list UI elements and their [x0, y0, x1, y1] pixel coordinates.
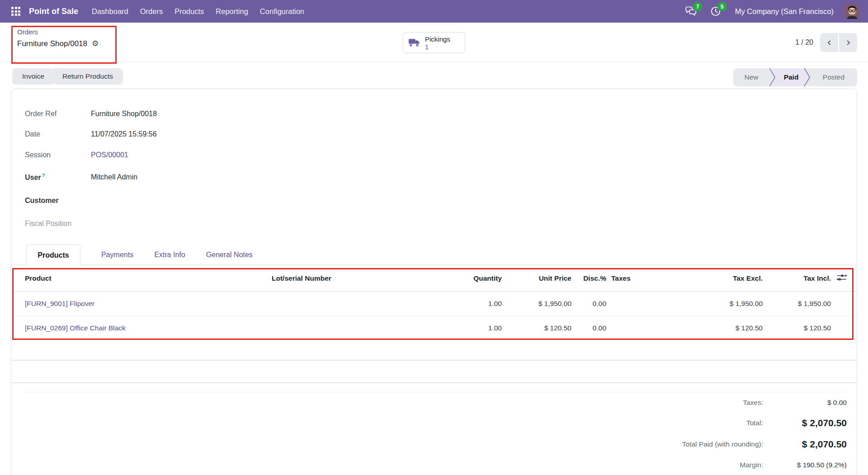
- app-name-menu[interactable]: Point of Sale: [29, 7, 78, 16]
- cell-quantity: 1.00: [407, 300, 502, 308]
- col-header-taxes[interactable]: Taxes: [606, 274, 689, 282]
- action-row: Invoice Return Products New Paid Posted: [0, 68, 868, 87]
- field-customer-label: Customer: [25, 197, 91, 205]
- cell-tax-excl: $ 1,950.00: [689, 300, 763, 308]
- col-header-discount[interactable]: Disc.%: [571, 274, 606, 282]
- apps-menu-button[interactable]: [8, 4, 24, 19]
- field-session-value[interactable]: POS/00001: [91, 151, 128, 159]
- totals-margin-label: Margin:: [740, 461, 763, 469]
- field-date-label: Date: [25, 130, 91, 138]
- field-order-ref: Order Ref Furniture Shop/0018: [25, 108, 157, 120]
- optional-columns-sliders-icon[interactable]: [836, 273, 848, 282]
- field-user-label: User?: [25, 173, 91, 182]
- status-step-posted[interactable]: Posted: [810, 68, 857, 86]
- field-customer: Customer: [25, 195, 91, 207]
- gear-icon[interactable]: ⚙: [92, 40, 99, 47]
- totals-paid-label: Total Paid (with rounding):: [682, 440, 763, 448]
- totals-paid-row: Total Paid (with rounding): $ 2,070.50: [521, 433, 847, 455]
- help-question-icon: ?: [42, 173, 45, 178]
- tab-payments[interactable]: Payments: [101, 245, 133, 265]
- user-avatar-image: [844, 4, 860, 19]
- products-table: Product Lot/serial Number Quantity Unit …: [11, 265, 858, 340]
- invoice-button[interactable]: Invoice: [12, 68, 54, 85]
- totals-margin-value: $ 190.50 (9.2%): [763, 461, 847, 469]
- pos-order-form-screen: Point of Sale Dashboard Orders Products …: [0, 0, 868, 475]
- section-divider: [11, 360, 857, 361]
- totals-total-label: Total:: [746, 419, 763, 427]
- totals-total-value: $ 2,070.50: [763, 418, 847, 428]
- totals-taxes-value: $ 0.00: [763, 399, 847, 407]
- tab-general-notes[interactable]: General Notes: [206, 245, 253, 265]
- menu-orders[interactable]: Orders: [140, 7, 163, 16]
- return-products-button[interactable]: Return Products: [52, 68, 123, 85]
- field-session: Session POS/00001: [25, 149, 128, 161]
- col-header-quantity[interactable]: Quantity: [407, 274, 502, 282]
- products-table-header: Product Lot/serial Number Quantity Unit …: [11, 265, 858, 292]
- pickings-smart-button[interactable]: Pickings 1: [403, 32, 465, 53]
- field-user-value: Mitchell Admin: [91, 173, 137, 181]
- field-fiscal-position-label: Fiscal Position: [25, 220, 91, 228]
- field-date: Date 11/07/2025 15:59:56: [25, 128, 157, 140]
- cell-tax-excl: $ 120.50: [689, 324, 763, 332]
- apps-grid-icon: [11, 7, 20, 16]
- navbar-right: 7 5 My Company (San Francisco): [684, 4, 860, 19]
- breadcrumb-orders-link[interactable]: Orders: [17, 28, 38, 37]
- field-fiscal-position: Fiscal Position: [25, 218, 91, 230]
- chevron-left-icon: [826, 40, 832, 46]
- cell-tax-incl: $ 120.50: [763, 324, 831, 332]
- menu-reporting[interactable]: Reporting: [216, 7, 248, 16]
- product-link[interactable]: [FURN_0269] Office Chair Black: [25, 324, 126, 332]
- main-menu: Dashboard Orders Products Reporting Conf…: [92, 7, 304, 16]
- menu-products[interactable]: Products: [175, 7, 204, 16]
- tab-products[interactable]: Products: [26, 245, 80, 266]
- menu-configuration[interactable]: Configuration: [260, 7, 304, 16]
- activities-badge: 5: [717, 2, 727, 11]
- field-date-value: 11/07/2025 15:59:56: [91, 130, 157, 138]
- table-row[interactable]: [FURN_0269] Office Chair Black 1.00 $ 12…: [11, 316, 858, 340]
- cell-tax-incl: $ 1,950.00: [763, 300, 831, 308]
- main-navbar: Point of Sale Dashboard Orders Products …: [0, 0, 868, 23]
- table-row[interactable]: [FURN_9001] Flipover 1.00 $ 1,950.00 0.0…: [11, 292, 858, 316]
- pager-next-button[interactable]: [839, 33, 857, 52]
- col-header-unit-price[interactable]: Unit Price: [502, 274, 571, 282]
- col-header-product[interactable]: Product: [11, 274, 272, 282]
- field-order-ref-value: Furniture Shop/0018: [91, 110, 157, 118]
- status-step-paid-label: Paid: [781, 73, 799, 81]
- cell-unit-price: $ 120.50: [502, 324, 571, 332]
- totals-margin-row: Margin: $ 190.50 (9.2%): [521, 455, 847, 475]
- form-sheet: Order Ref Furniture Shop/0018 Date 11/07…: [11, 89, 857, 475]
- totals-total-row: Total: $ 2,070.50: [521, 413, 847, 433]
- page-title: Furniture Shop/0018: [17, 38, 87, 49]
- company-switcher[interactable]: My Company (San Francisco): [735, 7, 834, 16]
- product-link[interactable]: [FURN_9001] Flipover: [25, 300, 94, 307]
- pickings-label: Pickings: [425, 35, 450, 43]
- messages-button[interactable]: 7: [684, 5, 698, 18]
- cell-quantity: 1.00: [407, 324, 502, 332]
- navbar-left: Point of Sale Dashboard Orders Products …: [8, 4, 304, 19]
- notebook-tabs: Products Payments Extra Info General Not…: [11, 245, 857, 265]
- avatar[interactable]: [844, 4, 860, 19]
- col-header-tax-incl[interactable]: Tax Incl.: [763, 274, 831, 282]
- chevron-right-icon: [845, 40, 851, 46]
- field-order-ref-label: Order Ref: [25, 110, 91, 118]
- totals-footer: Taxes: $ 0.00 Total: $ 2,070.50 Total Pa…: [521, 392, 847, 475]
- tab-extra-info[interactable]: Extra Info: [154, 245, 185, 265]
- totals-paid-value: $ 2,070.50: [763, 439, 847, 450]
- col-header-lot[interactable]: Lot/serial Number: [272, 274, 407, 282]
- col-header-tax-excl[interactable]: Tax Excl.: [689, 274, 763, 282]
- section-divider: [11, 382, 857, 383]
- menu-dashboard[interactable]: Dashboard: [92, 7, 128, 16]
- cell-unit-price: $ 1,950.00: [502, 300, 571, 308]
- messages-badge: 7: [693, 2, 703, 11]
- cell-discount: 0.00: [571, 324, 606, 332]
- truck-icon: [409, 38, 420, 47]
- cell-discount: 0.00: [571, 300, 606, 308]
- field-user: User? Mitchell Admin: [25, 171, 137, 183]
- activities-button[interactable]: 5: [709, 5, 722, 18]
- status-step-new[interactable]: New: [733, 68, 769, 86]
- pager-previous-button[interactable]: [820, 33, 838, 52]
- status-step-paid[interactable]: Paid: [769, 68, 810, 86]
- pager-counter: 1 / 20: [795, 38, 813, 47]
- field-session-label: Session: [25, 151, 91, 159]
- totals-taxes-label: Taxes:: [743, 399, 763, 407]
